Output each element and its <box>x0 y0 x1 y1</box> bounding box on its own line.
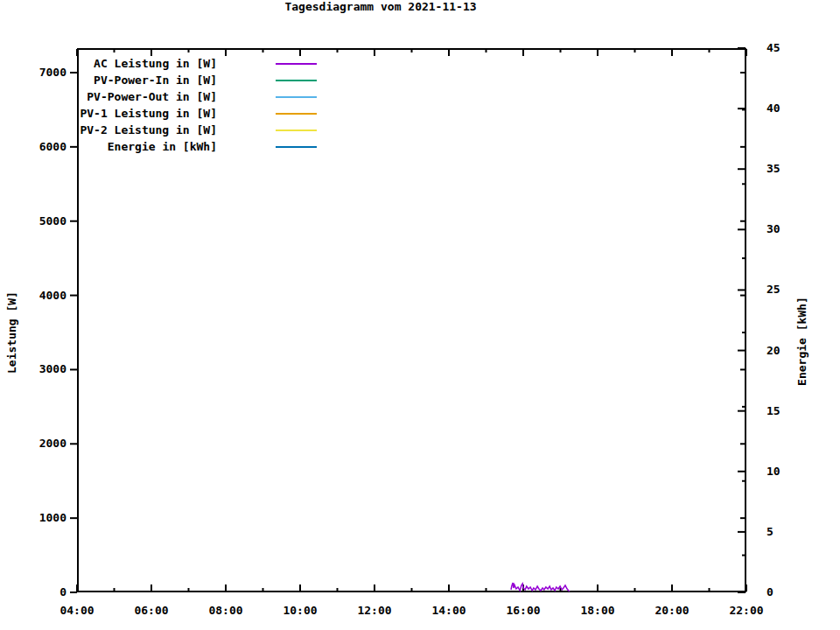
legend-item: AC Leistung in [W] <box>77 55 366 72</box>
legend: AC Leistung in [W]PV-Power-In in [W]PV-P… <box>77 55 366 155</box>
x-tick-label: 04:00 <box>51 604 103 617</box>
legend-item: PV-2 Leistung in [W] <box>77 122 366 138</box>
x-tick-label: 08:00 <box>200 604 252 617</box>
legend-item-line <box>276 63 317 65</box>
y1-tick-label: 4000 <box>14 289 66 302</box>
legend-item-line <box>276 146 317 148</box>
y2-tick-label: 5 <box>766 525 774 538</box>
x-tick-label: 22:00 <box>720 604 773 617</box>
legend-item-label: AC Leistung in [W] <box>77 57 217 70</box>
y2-tick-label: 20 <box>766 344 780 357</box>
y1-tick-label: 7000 <box>14 66 66 79</box>
y2-tick-label: 0 <box>766 585 774 598</box>
chart-canvas: Tagesdiagramm vom 2021-11-13 Leistung [W… <box>0 0 840 630</box>
x-tick-label: 16:00 <box>497 604 550 617</box>
y1-tick-label: 3000 <box>14 362 66 375</box>
legend-item-label: Energie in [kWh] <box>77 140 217 153</box>
y2-tick-label: 25 <box>766 283 780 296</box>
y1-tick-label: 0 <box>14 585 66 598</box>
y2-tick-label: 10 <box>766 465 780 478</box>
legend-item-label: PV-1 Leistung in [W] <box>77 107 217 120</box>
x-tick-label: 18:00 <box>571 604 624 617</box>
y2-tick-label: 35 <box>766 162 780 175</box>
legend-item: PV-Power-Out in [W] <box>77 88 366 105</box>
legend-item: Energie in [kWh] <box>77 138 366 155</box>
y1-tick-label: 2000 <box>14 437 66 450</box>
y1-tick-label: 5000 <box>14 214 66 228</box>
y1-tick-label: 6000 <box>14 140 66 153</box>
y1-tick-label: 1000 <box>14 511 66 524</box>
y2-tick-label: 40 <box>766 102 780 115</box>
legend-item-line <box>276 96 317 98</box>
y2-tick-label: 30 <box>766 222 780 235</box>
y2-tick-label: 45 <box>766 41 780 54</box>
chart-title: Tagesdiagramm vom 2021-11-13 <box>0 0 761 13</box>
x-tick-label: 14:00 <box>423 604 475 617</box>
x-tick-label: 20:00 <box>646 604 698 617</box>
legend-item-line <box>276 130 317 131</box>
legend-item-line <box>276 113 317 115</box>
x-tick-label: 10:00 <box>274 604 326 617</box>
left-axis-label: Leistung [W] <box>5 236 19 429</box>
x-tick-label: 12:00 <box>348 604 401 617</box>
legend-item: PV-Power-In in [W] <box>77 72 366 88</box>
x-tick-label: 06:00 <box>125 604 178 617</box>
y2-tick-label: 15 <box>766 404 780 417</box>
legend-item-line <box>276 80 317 81</box>
legend-item-label: PV-Power-Out in [W] <box>77 90 217 103</box>
legend-item-label: PV-Power-In in [W] <box>77 74 217 87</box>
legend-item-label: PV-2 Leistung in [W] <box>77 123 217 136</box>
legend-item: PV-1 Leistung in [W] <box>77 105 366 122</box>
right-axis-label: Energie [kWh] <box>795 245 809 438</box>
